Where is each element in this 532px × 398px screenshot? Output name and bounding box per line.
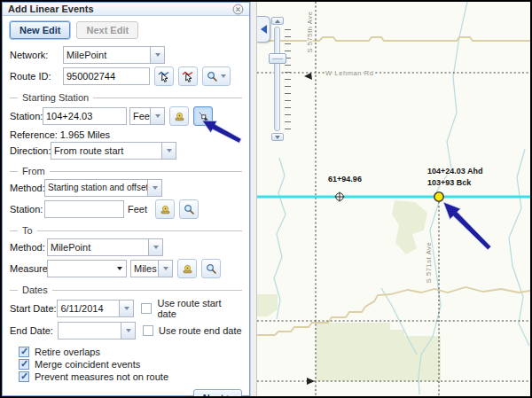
add-linear-events-panel: Add Linear Events New Edit Next Edit Net… [2,2,250,396]
from-method-select[interactable]: Starting station and offset [44,179,162,197]
from-legend: From [10,166,242,176]
direction-label: Direction: [10,145,51,156]
measure-units-value[interactable]: Miles [130,260,158,277]
use-route-end-date-checkbox[interactable] [143,325,153,336]
set-station-button[interactable] [169,106,189,126]
option-retire-overlaps: Retire overlaps [13,347,242,357]
measure-set-button[interactable] [177,259,197,278]
milepost-icon [182,263,193,275]
measure-search-button[interactable] [201,259,221,278]
direction-select-value[interactable]: From route start [51,142,161,160]
chevron-down-icon[interactable] [158,260,173,277]
collapse-panel-tab[interactable] [257,16,270,43]
start-date-picker[interactable]: 6/11/2014 [57,300,134,317]
chevron-down-icon[interactable] [161,142,176,160]
measure-select-value[interactable] [47,260,127,277]
from-search-button[interactable] [179,199,199,219]
route-id-input[interactable] [63,67,150,85]
magnifier-icon [207,71,218,82]
minor-roads [257,37,530,335]
dates-legend: Dates [10,285,242,295]
end-date-value[interactable] [58,322,121,339]
selected-station-marker[interactable] [434,192,443,201]
measure-select[interactable] [47,260,127,277]
to-method-value[interactable]: MilePoint [47,238,148,256]
use-route-start-date-label: Use route start date [157,298,242,319]
milepost-icon [160,204,171,215]
measure-units-select[interactable]: Miles [130,260,173,277]
zoom-slider-track[interactable] [274,27,280,131]
station-reference-marker [335,192,345,202]
start-date-value[interactable]: 6/11/2014 [57,300,119,317]
use-route-end-date-label: Use route end date [159,325,242,336]
zoom-slider-thumb[interactable] [269,53,286,64]
chevron-down-icon[interactable] [147,179,162,197]
clear-route-selection-button[interactable] [178,66,198,86]
pointer-with-blue-line-icon [158,70,170,82]
magnifier-icon [206,263,217,275]
zoom-slider-ticks [285,29,291,129]
zoom-out-button[interactable] [271,133,284,141]
new-edit-button[interactable]: New Edit [10,21,70,39]
chevron-down-icon [221,74,226,78]
from-station-input[interactable] [44,200,124,218]
use-route-start-date-checkbox[interactable] [141,303,152,314]
chevron-down-icon[interactable] [150,46,165,64]
pointer-with-red-line-icon [182,70,194,82]
road-arrow-glyph [307,378,315,385]
station-input[interactable] [43,107,127,125]
starting-station-legend: Starting Station [10,92,242,103]
station-label-mid: 61+94.96 [328,175,362,183]
option-merge-coincident: Merge coincident events [13,359,242,370]
pick-station-on-map-button[interactable] [193,106,213,126]
chevron-down-icon[interactable] [121,322,136,339]
select-route-on-map-button[interactable] [154,66,174,86]
panel-title: Add Linear Events [8,4,231,14]
chevron-down-icon[interactable] [148,238,163,256]
from-units-label: Feet [128,204,147,215]
road-label-horizontal: W Lehman Rd [325,69,374,77]
retire-overlaps-label: Retire overlaps [35,347,100,357]
next-edit-button[interactable]: Next Edit [76,21,138,39]
map-canvas: 61+94.96 104+24.03 Ahd 103+93 Bck W Lehm… [257,2,530,396]
zoom-slider[interactable] [270,17,293,143]
to-legend: To [10,225,242,236]
network-select[interactable]: MilePoint [63,46,165,64]
reference-text: Reference: 1.965 Miles [10,129,242,140]
from-method-value[interactable]: Starting station and offset [44,179,147,197]
pointer-with-node-icon [198,111,209,122]
network-select-value[interactable]: MilePoint [63,46,150,64]
close-icon[interactable] [231,3,244,15]
road-arrow-glyph [304,73,312,80]
milepost-icon [174,111,185,122]
merge-coincident-label: Merge coincident events [35,359,140,370]
from-set-station-button[interactable] [155,199,175,219]
from-station-label: Station: [10,204,44,215]
merge-coincident-checkbox[interactable] [19,359,29,370]
direction-select[interactable]: From route start [51,142,176,160]
road-label-vertical-left: S 575th Ave [306,12,314,53]
route-search-menu-button[interactable] [202,66,231,86]
retire-overlaps-checkbox[interactable] [19,347,29,357]
prevent-measures-checkbox[interactable] [19,371,29,382]
collapse-arrow-icon [261,25,267,34]
app-window: Add Linear Events New Edit Next Edit Net… [0,0,532,398]
option-prevent-measures: Prevent measures not on route [13,371,242,382]
chevron-down-icon[interactable] [119,300,134,317]
chevron-down-icon[interactable] [150,107,165,125]
station-units-select[interactable]: Feet [129,107,165,125]
next-button[interactable]: Next > [193,389,242,398]
map-viewport[interactable]: 61+94.96 104+24.03 Ahd 103+93 Bck W Lehm… [257,2,530,396]
zoom-in-button[interactable] [271,17,284,25]
road-label-vertical-right: S 571st Ave [425,242,433,284]
chevron-down-icon [117,267,122,270]
station-units-value[interactable]: Feet [129,107,150,125]
panel-splitter[interactable] [250,2,257,396]
magnifier-icon [184,204,195,215]
to-method-select[interactable]: MilePoint [47,238,163,256]
prevent-measures-label: Prevent measures not on route [35,371,168,382]
route-id-label: Route ID: [10,71,63,82]
station-label-back: 103+93 Bck [427,178,472,187]
end-date-picker[interactable] [58,322,136,339]
network-label: Network: [10,50,63,60]
